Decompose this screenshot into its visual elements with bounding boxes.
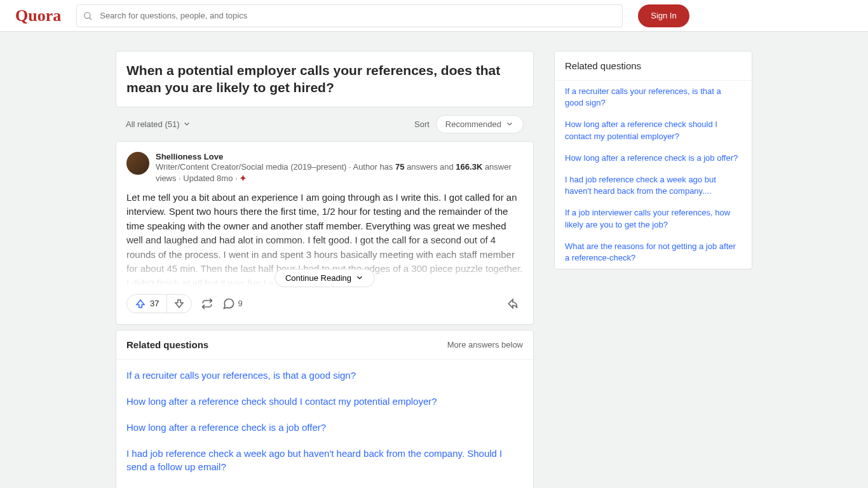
answer-card: Shellioness Love Writer/Content Creator/…	[116, 141, 534, 325]
vote-pill: 37	[126, 294, 192, 313]
sidebar-link[interactable]: What are the reasons for not getting a j…	[555, 236, 752, 269]
related-link[interactable]: How long after a reference check should …	[116, 388, 533, 414]
downvote-icon	[173, 298, 185, 309]
sidebar-heading: Related questions	[555, 51, 752, 81]
sidebar-link[interactable]: If a recruiter calls your references, is…	[555, 81, 752, 114]
sidebar-link[interactable]: How long after a reference check should …	[555, 114, 752, 147]
search-wrap	[76, 4, 623, 27]
question-card: When a potential employer calls your ref…	[116, 51, 534, 107]
sidebar-link[interactable]: If a job interviewer calls your referenc…	[555, 202, 752, 235]
sidebar-link[interactable]: I had job reference check a week ago but…	[555, 169, 752, 202]
author-name[interactable]: Shellioness Love	[156, 152, 523, 161]
related-heading: Related questions	[126, 339, 208, 350]
chevron-down-icon	[182, 119, 191, 128]
all-related-filter[interactable]: All related (51)	[126, 119, 191, 129]
chevron-down-icon	[505, 119, 514, 128]
svg-line-1	[90, 18, 92, 20]
upvote-button[interactable]: 37	[127, 295, 166, 313]
related-link[interactable]: How long after a reference check is a jo…	[116, 414, 533, 440]
related-link[interactable]: If a recruiter calls your references, is…	[116, 362, 533, 388]
sort-label: Sort	[414, 119, 430, 129]
author-meta: Writer/Content Creator/Social media (201…	[156, 161, 523, 184]
related-link[interactable]: I had job reference check a week ago but…	[116, 440, 533, 480]
top-header: Quora Sign In	[0, 0, 868, 32]
action-bar: 37 9	[126, 294, 523, 314]
related-link[interactable]: If a job interviewer calls your referenc…	[116, 480, 533, 488]
share-icon[interactable]	[503, 294, 523, 314]
question-title: When a potential employer calls your ref…	[116, 51, 533, 107]
svg-point-0	[85, 12, 90, 18]
quora-logo[interactable]: Quora	[15, 6, 61, 25]
upvote-count: 37	[150, 299, 159, 308]
sort-value: Recommended	[445, 119, 501, 129]
avatar[interactable]	[126, 152, 149, 175]
filter-row: All related (51) Sort Recommended	[116, 112, 534, 136]
comment-button[interactable]: 9	[222, 297, 242, 310]
comment-count: 9	[238, 299, 242, 308]
more-answers-label: More answers below	[447, 340, 523, 349]
sidebar-related-card: Related questions If a recruiter calls y…	[554, 51, 752, 269]
search-input[interactable]	[76, 4, 623, 27]
downvote-button[interactable]	[166, 295, 191, 313]
sign-in-button[interactable]: Sign In	[638, 4, 689, 27]
plus-icon: ✦	[240, 173, 247, 184]
continue-reading-button[interactable]: Continue Reading	[275, 269, 375, 287]
upvote-icon	[135, 298, 146, 309]
sidebar-link[interactable]: How long after a reference check is a jo…	[555, 147, 752, 169]
sort-dropdown[interactable]: Recommended	[436, 115, 524, 133]
repost-icon[interactable]	[197, 294, 217, 314]
related-inline-card: Related questions More answers below If …	[116, 330, 534, 488]
chevron-down-icon	[355, 273, 364, 282]
comment-icon	[222, 297, 235, 310]
search-icon	[83, 11, 93, 21]
all-related-label: All related (51)	[126, 119, 180, 129]
